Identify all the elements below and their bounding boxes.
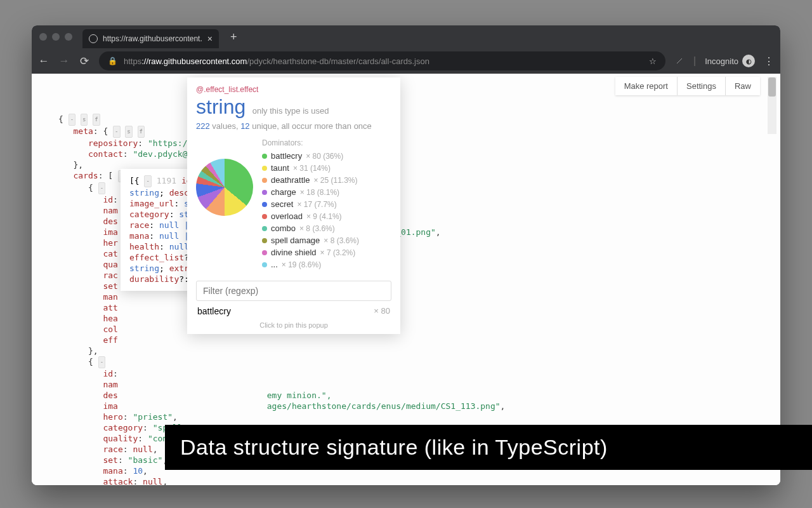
star-icon[interactable]: ☆: [649, 57, 657, 66]
url-bar[interactable]: 🔒 https://raw.githubusercontent.com/pdyc…: [99, 51, 665, 70]
legend-item[interactable]: divine shield × 7 (3.2%): [262, 248, 391, 257]
raw-button[interactable]: Raw: [725, 77, 760, 95]
caption-banner: Data structure signature (like in TypeSc…: [165, 425, 812, 470]
filter-input[interactable]: [196, 281, 391, 301]
legend-item[interactable]: combo × 8 (3.6%): [262, 224, 391, 233]
globe-icon: [89, 34, 98, 43]
type-stats-popup: @.effect_list.effect string only this ty…: [187, 77, 400, 334]
type-note: only this type is used: [252, 106, 329, 116]
legend-item[interactable]: ... × 19 (8.6%): [262, 260, 391, 269]
legend-item[interactable]: secret × 17 (7.7%): [262, 199, 391, 209]
legend-item[interactable]: battlecry × 80 (36%): [262, 151, 391, 161]
traffic-lights[interactable]: [39, 33, 72, 41]
extension-icon[interactable]: ⟋: [674, 55, 684, 67]
close-tab-icon[interactable]: ×: [207, 34, 213, 44]
filter-result[interactable]: battlecry × 80: [196, 301, 391, 319]
legend-item[interactable]: deathrattle × 25 (11.3%): [262, 175, 391, 185]
back-button[interactable]: ←: [38, 55, 49, 67]
legend: Dominators: battlecry × 80 (36%)taunt × …: [262, 138, 391, 272]
legend-item[interactable]: charge × 18 (8.1%): [262, 187, 391, 197]
json-path: @.effect_list.effect: [196, 85, 391, 94]
titlebar: https://raw.githubusercontent. × +: [32, 25, 780, 48]
scrollbar[interactable]: [768, 77, 776, 134]
tab-title: https://raw.githubusercontent.: [103, 34, 202, 43]
lock-icon: 🔒: [108, 57, 117, 65]
new-tab-button[interactable]: +: [230, 30, 237, 44]
make-report-button[interactable]: Make report: [615, 77, 677, 95]
value-stats: 222 values, 12 unique, all occur more th…: [196, 121, 391, 131]
pie-chart: [196, 159, 253, 216]
incognito-badge: Incognito ◐: [705, 55, 755, 67]
legend-item[interactable]: taunt × 31 (14%): [262, 163, 391, 173]
url-text: https://raw.githubusercontent.com/pdyck/…: [124, 57, 643, 66]
legend-item[interactable]: spell damage × 8 (3.6%): [262, 236, 391, 245]
legend-item[interactable]: overload × 9 (4.1%): [262, 211, 391, 221]
toolbar: ← → ⟳ 🔒 https://raw.githubusercontent.co…: [32, 48, 780, 74]
browser-tab[interactable]: https://raw.githubusercontent. ×: [82, 29, 219, 48]
settings-button[interactable]: Settings: [677, 77, 725, 95]
pin-hint: Click to pin this popup: [196, 319, 391, 330]
action-bar: Make report Settings Raw: [615, 77, 760, 95]
reload-button[interactable]: ⟳: [79, 55, 90, 68]
incognito-icon: ◐: [742, 55, 755, 67]
page-content: Make report Settings Raw { - s f meta: {…: [32, 74, 780, 485]
browser-window: https://raw.githubusercontent. × + ← → ⟳…: [32, 25, 780, 485]
type-name: string: [196, 95, 246, 119]
forward-button[interactable]: →: [58, 55, 70, 67]
menu-button[interactable]: ⋮: [764, 55, 774, 67]
